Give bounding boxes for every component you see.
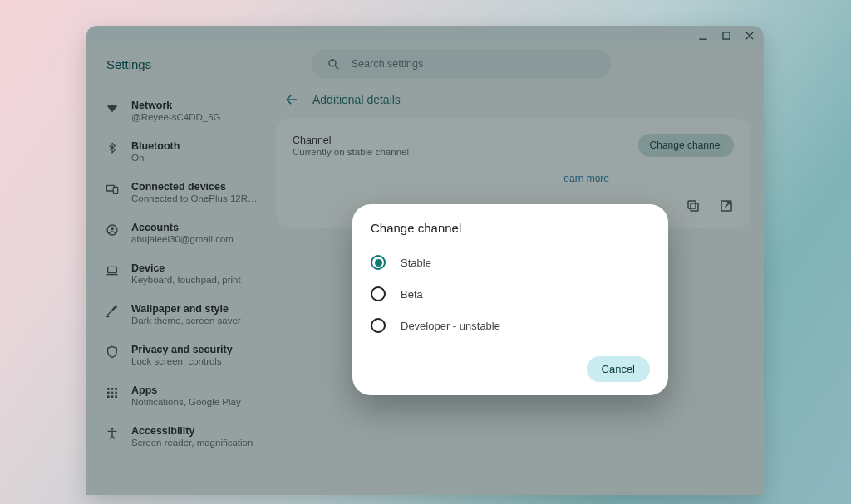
radio-icon	[371, 255, 386, 270]
channel-option-dev[interactable]: Developer - unstable	[371, 310, 650, 341]
settings-window: Settings Network @Reyee-sC4DD_5G	[86, 26, 764, 495]
cancel-button[interactable]: Cancel	[587, 356, 650, 382]
option-label: Developer - unstable	[401, 320, 500, 332]
channel-option-beta[interactable]: Beta	[371, 278, 650, 310]
dialog-title: Change channel	[371, 221, 650, 235]
channel-option-stable[interactable]: Stable	[371, 247, 650, 278]
change-channel-dialog: Change channel Stable Beta Developer - u…	[352, 204, 668, 395]
radio-icon	[371, 286, 386, 301]
radio-icon	[371, 318, 386, 333]
option-label: Stable	[401, 257, 431, 269]
option-label: Beta	[401, 288, 423, 301]
